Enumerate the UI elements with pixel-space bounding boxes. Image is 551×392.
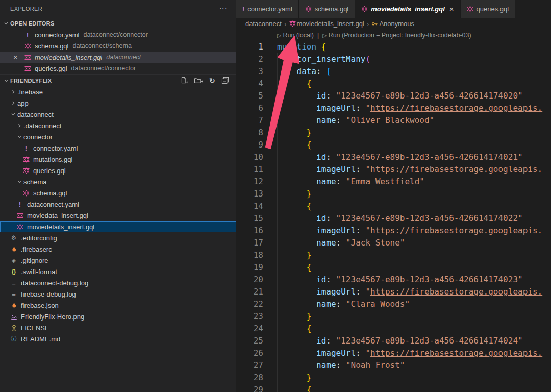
code-line-14[interactable]: 14 {	[236, 200, 551, 212]
tree-item-firebase.json[interactable]: firebase.json	[0, 300, 236, 311]
tree-item-.swift-format[interactable]: {}.swift-format	[0, 266, 236, 277]
line-number: 3	[236, 65, 263, 78]
code-line-2[interactable]: 2 actor_insertMany(	[236, 53, 551, 65]
workspace-header[interactable]: FRIENDLYFLIX ↻	[0, 74, 236, 86]
tree-item-LICENSE[interactable]: LICENSE	[0, 322, 236, 333]
line-content: data: [	[263, 65, 551, 78]
file-name: firebase-debug.log	[21, 290, 76, 298]
tree-item-FriendlyFlix-Hero.png[interactable]: FriendlyFlix-Hero.png	[0, 311, 236, 322]
run-production-link[interactable]: ▷ Run (Production – Project: friendly-fl…	[322, 32, 471, 39]
more-actions-icon[interactable]: ⋯	[219, 0, 227, 18]
code-line-28[interactable]: 28 }	[236, 372, 551, 384]
code-line-11[interactable]: 11 imageUrl: "https://firebasestorage.go…	[236, 163, 551, 176]
code-line-17[interactable]: 17 name: "Jack Stone"	[236, 237, 551, 249]
tree-item-app[interactable]: app	[0, 97, 236, 109]
tree-item-dataconnect[interactable]: dataconnect	[0, 109, 236, 120]
tree-item-dataconnect-debug.log[interactable]: ≡dataconnect-debug.log	[0, 277, 236, 288]
line-content: mutation {	[263, 41, 551, 53]
new-folder-icon[interactable]	[194, 77, 203, 84]
line-content: name: "Clara Woods"	[263, 298, 551, 310]
code-line-12[interactable]: 12 name: "Emma Westfield"	[236, 176, 551, 188]
tree-item-dataconnect.yaml[interactable]: !dataconnect.yaml	[0, 199, 236, 210]
tree-item-README.md[interactable]: ⓘREADME.md	[0, 333, 236, 345]
code-line-27[interactable]: 27 name: "Noah Frost"	[236, 359, 551, 372]
code-line-22[interactable]: 22 name: "Clara Woods"	[236, 298, 551, 310]
explorer-title: EXPLORER	[10, 6, 42, 12]
tab-moviedetails_insert.gql[interactable]: moviedetails_insert.gql×	[355, 0, 460, 18]
code-line-1[interactable]: 1mutation {	[236, 41, 551, 53]
open-editors-header[interactable]: OPEN EDITORS	[0, 17, 236, 29]
code-line-10[interactable]: 10 id: "123e4567-e89b-12d3-a456-42661417…	[236, 151, 551, 163]
line-content: {	[263, 200, 551, 212]
line-number: 11	[236, 163, 263, 176]
open-editor-item-moviedetails_insert.gql[interactable]: ×moviedetails_insert.gqldataconnect	[0, 52, 236, 63]
tree-item-.firebaserc[interactable]: .firebaserc	[0, 243, 236, 255]
file-name: .gitignore	[21, 257, 48, 264]
refresh-icon[interactable]: ↻	[209, 77, 215, 85]
collapse-all-icon[interactable]	[221, 77, 229, 84]
code-line-29[interactable]: 29 {	[236, 384, 551, 392]
code-line-24[interactable]: 24 {	[236, 323, 551, 335]
line-number: 13	[236, 188, 263, 200]
code-line-9[interactable]: 9 {	[236, 139, 551, 151]
graphql-icon	[21, 167, 31, 174]
tree-item-moviedata_insert.gql[interactable]: moviedata_insert.gql	[0, 210, 236, 221]
line-number: 15	[236, 212, 263, 225]
tab-schema.gql[interactable]: schema.gql	[299, 0, 355, 18]
line-number: 19	[236, 261, 263, 274]
file-path: dataconnect	[106, 54, 141, 61]
code-line-15[interactable]: 15 id: "123e4567-e89b-12d3-a456-42661417…	[236, 212, 551, 225]
tree-item-connector[interactable]: connector	[0, 131, 236, 142]
tree-item-moviedetails_insert.gql[interactable]: moviedetails_insert.gql	[0, 221, 236, 232]
open-editor-item-connector.yaml[interactable]: !connector.yamldataconnect/connector	[0, 29, 236, 40]
code-line-13[interactable]: 13 }	[236, 188, 551, 200]
tree-item-queries.gql[interactable]: queries.gql	[0, 165, 236, 176]
new-file-icon[interactable]	[181, 77, 188, 84]
breadcrumb-item-dataconnect[interactable]: dataconnect	[245, 20, 282, 28]
code-line-21[interactable]: 21 imageUrl: "https://firebasestorage.go…	[236, 286, 551, 298]
file-name: dataconnect.yaml	[27, 201, 79, 208]
tab-queries.gql[interactable]: queries.gql	[461, 0, 516, 18]
code-line-16[interactable]: 16 imageUrl: "https://firebasestorage.go…	[236, 225, 551, 237]
open-editor-item-queries.gql[interactable]: queries.gqldataconnect/connector	[0, 63, 236, 74]
tree-item-.editorconfig[interactable]: ⚙.editorconfig	[0, 232, 236, 243]
code-line-6[interactable]: 6 imageUrl: "https://firebasestorage.goo…	[236, 102, 551, 114]
code-line-8[interactable]: 8 }	[236, 127, 551, 139]
code-line-26[interactable]: 26 imageUrl: "https://firebasestorage.go…	[236, 347, 551, 359]
line-number: 26	[236, 347, 263, 359]
file-name: moviedata_insert.gql	[27, 212, 88, 219]
tree-item-schema[interactable]: schema	[0, 176, 236, 187]
code-line-3[interactable]: 3 data: [	[236, 65, 551, 78]
tree-item-firebase-debug.log[interactable]: ≡firebase-debug.log	[0, 288, 236, 300]
tab-connector.yaml[interactable]: !connector.yaml	[236, 0, 299, 18]
file-tree: .firebaseappdataconnect.dataconnectconne…	[0, 86, 236, 345]
chevron-right-icon	[15, 122, 23, 129]
code-line-20[interactable]: 20 id: "123e4567-e89b-12d3-a456-42661417…	[236, 274, 551, 286]
code-line-18[interactable]: 18 }	[236, 249, 551, 261]
line-content: }	[263, 127, 551, 139]
breadcrumb-separator: ›	[367, 20, 369, 28]
tree-item-mutations.gql[interactable]: mutations.gql	[0, 154, 236, 165]
code-line-19[interactable]: 19 {	[236, 261, 551, 274]
code-line-5[interactable]: 5 id: "123e4567-e89b-12d3-a456-426614174…	[236, 90, 551, 102]
line-content: {	[263, 384, 551, 392]
breadcrumb-item-Anonymous[interactable]: Anonymous	[371, 20, 414, 28]
close-icon[interactable]: ×	[13, 53, 18, 61]
explorer-sidebar: EXPLORER ⋯ OPEN EDITORS !connector.yamld…	[0, 0, 236, 392]
code-line-4[interactable]: 4 {	[236, 78, 551, 90]
tree-item-.dataconnect[interactable]: .dataconnect	[0, 120, 236, 131]
tree-item-schema.gql[interactable]: schema.gql	[0, 187, 236, 199]
run-local-link[interactable]: ▷ Run (local)	[277, 32, 314, 39]
license-icon	[9, 324, 18, 331]
code-editor[interactable]: 1mutation {2 actor_insertMany(3 data: [4…	[236, 41, 551, 392]
code-line-7[interactable]: 7 name: "Oliver Blackwood"	[236, 114, 551, 127]
close-icon[interactable]: ×	[449, 5, 454, 13]
tree-item-.firebase[interactable]: .firebase	[0, 86, 236, 97]
code-line-25[interactable]: 25 id: "123e4567-e89b-12d3-a456-42661417…	[236, 335, 551, 347]
open-editor-item-schema.gql[interactable]: schema.gqldataconnect/schema	[0, 40, 236, 52]
workspace-label: FRIENDLYFLIX	[10, 78, 52, 84]
tree-item-connector.yaml[interactable]: !connector.yaml	[0, 142, 236, 154]
code-line-23[interactable]: 23 }	[236, 310, 551, 323]
tree-item-.gitignore[interactable]: ◈.gitignore	[0, 255, 236, 266]
breadcrumb-item-moviedetails_insert.gql[interactable]: moviedetails_insert.gql	[289, 20, 364, 28]
